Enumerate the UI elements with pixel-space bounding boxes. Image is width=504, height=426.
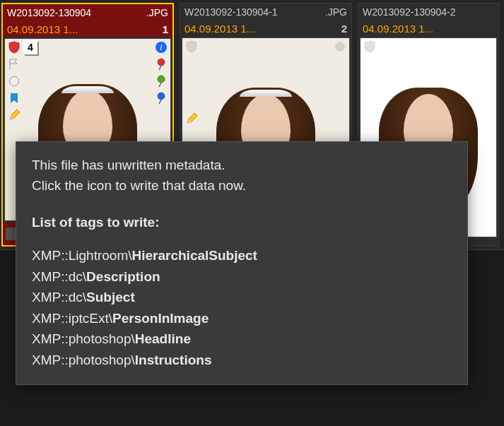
shield-icon[interactable] [184,40,199,54]
thumbnail-ext: .JPG [325,6,347,18]
pin-green-icon[interactable] [154,74,168,88]
circle-icon[interactable] [7,74,21,88]
thumbnail-date: 04.09.2013 1... [184,23,255,35]
shield-icon[interactable] [7,40,21,54]
thumbnail-date: 04.09.2013 1... [7,23,78,35]
thumbnail-header: W2013092-130904-2 [358,4,498,20]
tooltip-line: This file has unwritten metadata. [32,155,452,175]
flag-icon[interactable] [7,57,21,71]
thumbnail-ext: .JPG [146,7,168,18]
pencil-icon[interactable] [184,112,199,126]
thumbnail-number: 1 [163,23,168,35]
pin-red-icon[interactable] [154,57,168,71]
thumbnail-subheader: 04.09.2013 1... 2 [180,20,351,36]
thumbnail-subheader: 04.09.2013 1... 1 [3,21,172,37]
thumbnail-number: 2 [341,23,347,35]
circle-icon[interactable] [333,40,347,54]
metadata-write-tooltip: This file has unwritten metadata. Click … [16,141,468,385]
tooltip-tag-line: XMP::Lightroom\HierarchicalSubject [32,245,452,266]
shield-icon[interactable] [363,40,377,54]
stack-count-badge[interactable]: 4 [23,40,37,54]
thumbnail-filename: W2013092-130904-2 [363,6,456,18]
tooltip-tag-line: XMP::iptcExt\PersonInImage [32,308,452,329]
info-icon[interactable] [154,40,168,54]
tooltip-tag-line: XMP::photoshop\Headline [32,329,452,349]
tooltip-tag-list: XMP::Lightroom\HierarchicalSubjectXMP::d… [32,245,452,370]
bookmark-icon[interactable] [7,91,21,105]
thumbnail-header: W2013092-130904-1 .JPG [180,4,351,20]
tooltip-tag-line: XMP::photoshop\Instructions [32,350,452,370]
tooltip-heading: List of tags to write: [32,212,452,232]
pin-blue-icon[interactable] [154,91,168,105]
tooltip-line: Click the icon to write that data now. [32,175,452,196]
thumbnail-filename: W2013092-130904-1 [184,6,278,18]
tooltip-tag-line: XMP::dc\Subject [32,287,452,307]
thumbnail-filename: W2013092-130904 [7,7,91,18]
pencil-icon[interactable] [7,108,21,122]
tooltip-tag-line: XMP::dc\Description [32,266,452,287]
thumbnail-date: 04.09.2013 1... [363,23,433,35]
thumbnail-subheader: 04.09.2013 1... [358,20,498,36]
thumbnail-header: W2013092-130904 .JPG [3,4,172,21]
